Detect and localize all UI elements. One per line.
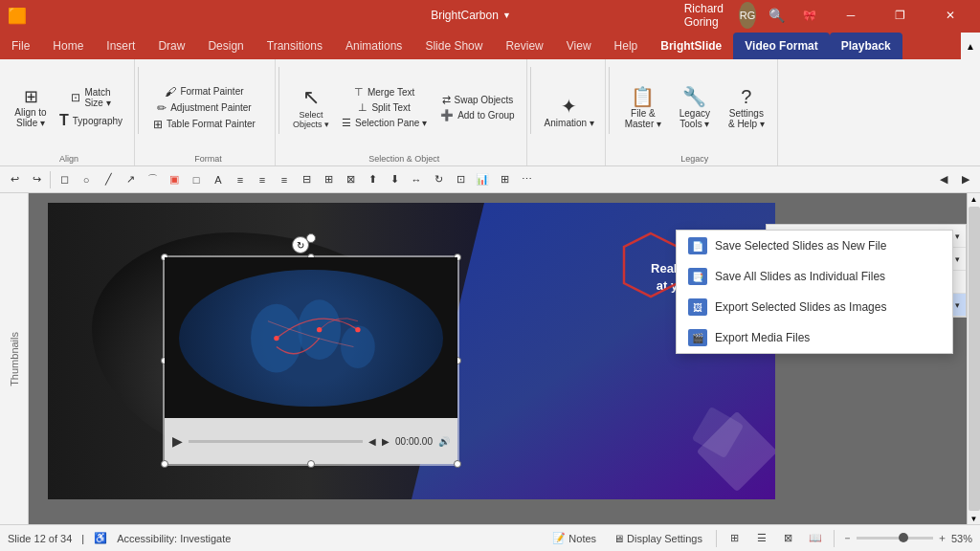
toolbar-shape-btn[interactable]: ◻ [54, 169, 75, 190]
tab-help[interactable]: Help [603, 33, 650, 59]
export-dropdown: 📄 Save Selected Slides as New File 📑 Sav… [676, 230, 953, 354]
toolbar-crop-btn[interactable]: ⊡ [450, 169, 471, 190]
video-player: ▶ ◀ ▶ 00:00.00 🔊 [163, 255, 459, 466]
ffwd-icon[interactable]: ▶ [382, 436, 390, 447]
add-to-group-icon: ➕ [440, 110, 454, 121]
tab-animations[interactable]: Animations [334, 33, 413, 59]
zoom-thumb[interactable] [899, 533, 908, 542]
play-icon[interactable]: ▶ [172, 433, 183, 449]
notes-btn[interactable]: 📝 Notes [546, 530, 602, 546]
split-text-btn[interactable]: ⊥ Split Text [336, 100, 433, 115]
outline-view-btn[interactable]: ☰ [751, 529, 772, 548]
search-icon[interactable]: 🔍 [764, 2, 791, 29]
progress-bar[interactable] [189, 440, 363, 443]
tab-review[interactable]: Review [494, 33, 554, 59]
minimize-button[interactable]: ─ [829, 0, 873, 31]
sep4 [609, 67, 610, 134]
tab-transitions[interactable]: Transitions [256, 33, 334, 59]
file-master-btn[interactable]: 📋 File &Master ▾ [618, 84, 668, 132]
scroll-up-btn[interactable]: ▲ [969, 193, 980, 205]
merge-text-btn[interactable]: ⊤ Merge Text [336, 85, 433, 99]
toolbar-chart-btn[interactable]: 📊 [472, 169, 493, 190]
toolbar-outline-btn[interactable]: □ [186, 169, 207, 190]
align-to-slide-btn[interactable]: ⊞ Align toSlide ▾ [10, 85, 52, 131]
slide-sorter-btn[interactable]: ⊠ [778, 529, 799, 548]
tab-slideshow[interactable]: Slide Show [413, 33, 494, 59]
toolbar-line-btn[interactable]: ╱ [98, 169, 119, 190]
close-button[interactable]: ✕ [928, 0, 972, 31]
scroll-down-btn[interactable]: ▼ [969, 513, 980, 524]
tab-insert[interactable]: Insert [95, 33, 146, 59]
zoom-minus-btn[interactable]: － [842, 531, 853, 545]
toolbar-ellipse-btn[interactable]: ○ [76, 169, 97, 190]
tab-brightslide[interactable]: BrightSlide [649, 33, 733, 59]
svg-marker-6 [624, 233, 678, 297]
video-time: 00:00.00 [395, 436, 433, 447]
toolbar-arrow-btn[interactable]: ↗ [120, 169, 141, 190]
toolbar-redo-btn[interactable]: ↪ [26, 169, 47, 190]
toolbar-undo-btn[interactable]: ↩ [4, 169, 25, 190]
match-size-btn[interactable]: ⊡ MatchSize ▾ [54, 85, 128, 110]
rotate-indicator[interactable]: ↻ [292, 236, 309, 253]
tab-draw[interactable]: Draw [146, 33, 196, 59]
svg-point-5 [356, 327, 361, 332]
accessibility-label[interactable]: Accessibility: Investigate [117, 533, 231, 544]
export-media-icon: 🎬 [688, 329, 707, 346]
tab-file[interactable]: File [0, 33, 41, 59]
toolbar-font-btn[interactable]: A [208, 169, 229, 190]
toolbar-align-left-btn[interactable]: ≡ [230, 169, 251, 190]
toolbar-scroll-down-btn[interactable]: ▶ [955, 169, 976, 190]
scroll-thumb[interactable] [969, 207, 980, 511]
hex-svg [622, 231, 679, 298]
toolbar-distribute-btn[interactable]: ⊟ [296, 169, 317, 190]
tab-home[interactable]: Home [41, 33, 95, 59]
format-painter-btn[interactable]: 🖌 Format Painter [147, 84, 261, 99]
legacy-tools-btn[interactable]: 🔧 LegacyTools ▾ [670, 84, 720, 132]
tab-design[interactable]: Design [196, 33, 255, 59]
zoom-slider[interactable] [857, 537, 933, 540]
toolbar-freeform-btn[interactable]: ⌒ [142, 169, 163, 190]
save-all-individual-item[interactable]: 📑 Save All Slides as Individual Files [677, 261, 952, 292]
toolbar-bringfwd-btn[interactable]: ⬆ [362, 169, 383, 190]
zoom-percent[interactable]: 53% [951, 533, 972, 544]
export-media-item[interactable]: 🎬 Export Media Files [677, 322, 952, 353]
volume-icon[interactable]: 🔊 [438, 436, 450, 447]
swap-objects-btn[interactable]: ⇄ Swap Objects [434, 93, 520, 107]
rewind-icon[interactable]: ◀ [368, 436, 376, 447]
animation-btn[interactable]: ✦ Animation ▾ [540, 94, 599, 131]
display-settings-btn[interactable]: 🖥 Display Settings [608, 531, 708, 546]
settings-help-btn[interactable]: ? Settings& Help ▾ [722, 84, 771, 132]
tab-videoformat[interactable]: Video Format [733, 33, 829, 59]
ribbon-collapse-btn[interactable]: ▲ [961, 33, 980, 59]
toolbar-scroll-up-btn[interactable]: ◀ [933, 169, 954, 190]
normal-view-btn[interactable]: ⊞ [724, 529, 746, 548]
toolbar-flip-btn[interactable]: ↔ [406, 169, 427, 190]
ribbon-display-icon[interactable]: 🎀 [796, 2, 823, 29]
vertical-scrollbar[interactable]: ▲ ▼ [967, 193, 980, 524]
toolbar-fill-btn[interactable]: ▣ [164, 169, 185, 190]
toolbar-align-center-btn[interactable]: ≡ [252, 169, 273, 190]
align-to-slide-icon: ⊞ [24, 88, 38, 105]
toolbar-table-btn[interactable]: ⊞ [494, 169, 515, 190]
selection-pane-btn[interactable]: ☰ Selection Pane ▾ [336, 116, 433, 130]
tab-playback[interactable]: Playback [830, 33, 902, 59]
toolbar-sendback-btn[interactable]: ⬇ [384, 169, 405, 190]
add-to-group-btn[interactable]: ➕ Add to Group [434, 108, 520, 122]
reading-view-btn[interactable]: 📖 [805, 529, 826, 548]
toolbar-ungroup-btn[interactable]: ⊠ [340, 169, 361, 190]
ribbon-group-legacy: 📋 File &Master ▾ 🔧 LegacyTools ▾ ? Setti… [612, 59, 778, 165]
toolbar-more-btn[interactable]: ⋯ [516, 169, 537, 190]
typography-btn[interactable]: T Typography [54, 111, 128, 130]
select-objects-btn[interactable]: ↖ SelectObjects ▾ [288, 84, 334, 132]
zoom-plus-btn[interactable]: ＋ [937, 531, 947, 545]
tab-view[interactable]: View [555, 33, 603, 59]
restore-button[interactable]: ❐ [879, 0, 923, 31]
toolbar-rotate-btn[interactable]: ↻ [428, 169, 449, 190]
toolbar-align-right-btn[interactable]: ≡ [274, 169, 295, 190]
export-selected-images-item[interactable]: 🖼 Export Selected Slides as Images [677, 292, 952, 322]
save-selected-new-item[interactable]: 📄 Save Selected Slides as New File [677, 231, 952, 261]
toolbar-group-btn[interactable]: ⊞ [318, 169, 339, 190]
table-format-painter-btn[interactable]: ⊞ Table Format Painter [147, 117, 261, 132]
format-btns: 🖌 Format Painter ✏ Adjustment Painter ⊞ … [147, 84, 261, 132]
adjustment-painter-btn[interactable]: ✏ Adjustment Painter [147, 100, 261, 116]
